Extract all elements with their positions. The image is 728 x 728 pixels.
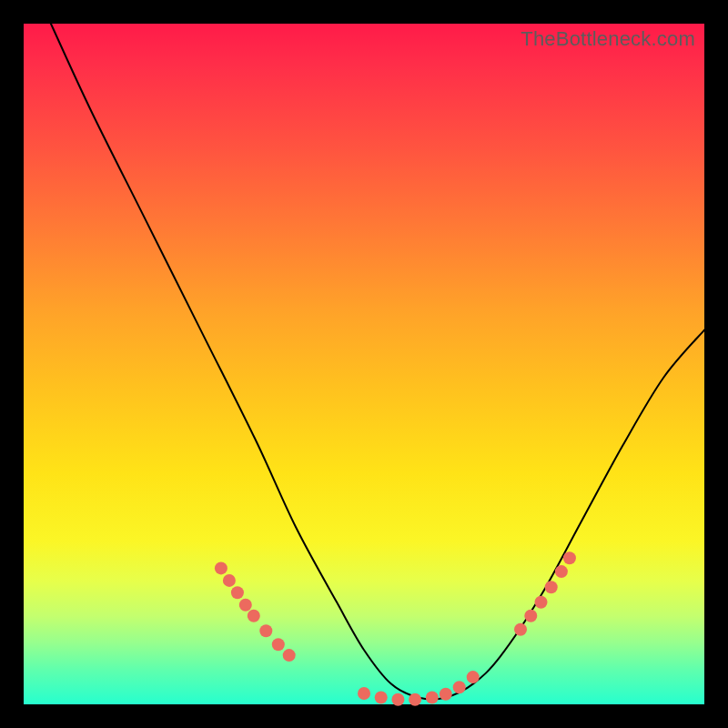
data-point	[248, 610, 260, 622]
data-point	[514, 623, 527, 636]
data-point	[563, 551, 576, 564]
data-point	[426, 692, 439, 704]
data-point	[239, 599, 252, 612]
data-point	[409, 693, 421, 706]
data-point	[440, 688, 452, 701]
chart-frame: TheBottleneck.com	[0, 0, 728, 728]
data-point	[283, 649, 296, 662]
chart-plot-area: TheBottleneck.com	[24, 24, 704, 704]
data-point	[453, 681, 466, 693]
data-point	[223, 574, 236, 587]
data-point-dots	[215, 551, 576, 706]
data-point	[215, 561, 228, 574]
data-point	[259, 624, 272, 637]
data-point	[375, 692, 388, 704]
data-point	[535, 596, 548, 609]
data-point	[555, 565, 568, 578]
data-point	[391, 693, 404, 706]
data-point	[467, 671, 480, 683]
data-point	[358, 687, 370, 700]
bottleneck-curve	[51, 24, 704, 699]
data-point	[524, 610, 537, 622]
data-point	[545, 581, 558, 593]
data-point	[231, 586, 244, 599]
chart-svg	[24, 24, 704, 704]
data-point	[272, 638, 285, 651]
